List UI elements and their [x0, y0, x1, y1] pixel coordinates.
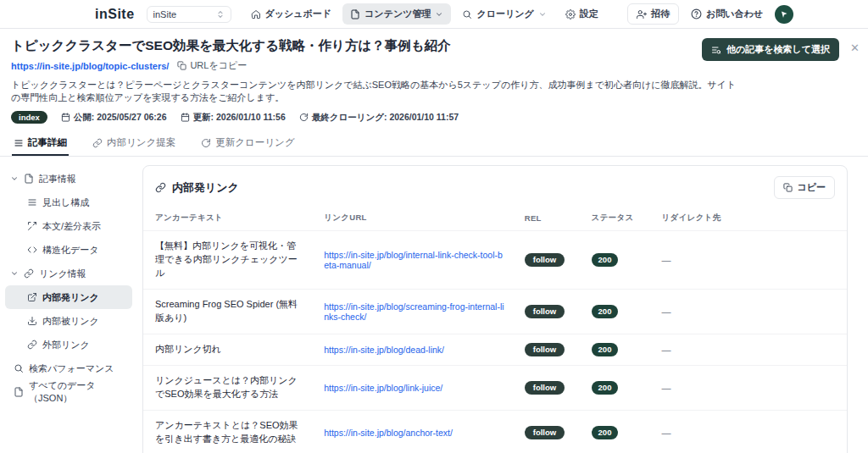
- close-icon[interactable]: ✕: [850, 42, 860, 53]
- calendar-icon: [181, 113, 190, 122]
- tab-recrawl[interactable]: 更新クローリング: [199, 130, 296, 156]
- sidebar-item-all-data-json[interactable]: すべてのデータ（JSON）: [5, 380, 132, 404]
- sidebar-item-search-performance[interactable]: 検索パフォーマンス: [5, 356, 132, 380]
- nav-label: クローリング: [476, 8, 533, 20]
- list-search-icon: [711, 45, 721, 55]
- url-row: https://in-site.jp/blog/topic-clusters/ …: [11, 59, 741, 72]
- table-row: リンクジュースとは？内部リンクでSEO効果を最大化する方法 https://in…: [143, 365, 847, 410]
- anchor-text: アンカーテキストとは？SEO効果を引き出す書き方と最適化の秘訣: [143, 410, 312, 453]
- document-icon: [24, 174, 34, 184]
- rel-badge: follow: [525, 426, 565, 439]
- link-icon: [92, 138, 103, 148]
- table-row: 【無料】内部リンクを可視化・管理できる内部リンクチェックツール https://…: [143, 231, 847, 290]
- sidebar-group-link-info[interactable]: リンク情報: [5, 262, 132, 285]
- anchor-text: 内部リンク切れ: [143, 334, 312, 365]
- tab-internal-link-suggestions[interactable]: 内部リンク提案: [91, 130, 177, 156]
- meta-row: index 公開: 2025/05/27 06:26 更新: 2026/01/1…: [11, 111, 741, 124]
- link-url[interactable]: https://in-site.jp/blog/dead-link/: [324, 345, 444, 355]
- redirect-value: —: [662, 255, 671, 265]
- table-row: 内部リンク切れ https://in-site.jp/blog/dead-lin…: [143, 334, 847, 365]
- link-icon: [155, 182, 166, 193]
- copy-icon: [783, 183, 793, 192]
- col-redirect: リダイレクト先: [650, 207, 847, 231]
- download-icon: [27, 316, 37, 326]
- col-anchor-text: アンカーテキスト: [143, 207, 312, 231]
- status-badge: 200: [592, 253, 619, 267]
- outbound-links-table: アンカーテキスト リンクURL REL ステータス リダイレクト先 【無料】内部…: [143, 207, 847, 453]
- outbound-internal-links-panel: 内部発リンク コピー アンカーテキスト リンクURL REL ステータス リダイ…: [142, 165, 848, 453]
- chevron-down-icon: [10, 174, 19, 183]
- anchor-text: リンクジュースとは？内部リンクでSEO効果を最大化する方法: [143, 365, 312, 410]
- anchor-text: 【無料】内部リンクを可視化・管理できる内部リンクチェックツール: [143, 231, 312, 290]
- search-icon: [462, 9, 472, 19]
- nav-item-crawling[interactable]: クローリング: [454, 3, 554, 25]
- article-url-link[interactable]: https://in-site.jp/blog/topic-clusters/: [11, 61, 169, 71]
- diff-icon: [27, 221, 37, 231]
- document-icon: [350, 9, 360, 19]
- sidebar-item-outbound-internal-links[interactable]: 内部発リンク: [5, 285, 132, 309]
- link-url[interactable]: https://in-site.jp/blog/anchor-text/: [324, 428, 453, 438]
- rel-badge: follow: [525, 253, 565, 267]
- tab-article-detail[interactable]: 記事詳細: [12, 130, 69, 156]
- nav-item-settings[interactable]: 設定: [558, 3, 606, 25]
- page-title: トピッククラスターでSEO効果を最大化する戦略・作り方は？事例も紹介: [11, 37, 741, 55]
- invite-button[interactable]: 招待: [627, 3, 679, 25]
- content-area: 記事情報 見出し構成 本文/差分表示 構造化データ: [0, 157, 868, 453]
- anchor-text: Screaming Frog SEO Spider (無料版あり): [143, 289, 312, 334]
- status-badge: 200: [592, 305, 619, 318]
- app-logo: inSite: [95, 7, 135, 22]
- panel-title: 内部発リンク: [155, 180, 239, 196]
- copy-url-label: URLをコピー: [190, 59, 247, 72]
- rel-badge: follow: [525, 343, 565, 356]
- nav-label: 設定: [580, 8, 598, 20]
- redirect-value: —: [662, 383, 671, 393]
- link-icon: [27, 340, 37, 350]
- refresh-icon: [201, 138, 211, 148]
- detail-tabbar: 記事詳細 内部リンク提案 更新クローリング: [0, 130, 868, 157]
- project-select-value: inSite: [153, 9, 177, 19]
- calendar-icon: [61, 113, 70, 122]
- status-badge: 200: [592, 343, 619, 356]
- nav-item-content-management[interactable]: コンテンツ管理: [342, 3, 451, 25]
- refresh-icon: [299, 113, 309, 122]
- link-url[interactable]: https://in-site.jp/blog/internal-link-ch…: [324, 250, 503, 270]
- chevrons-up-down-icon: [216, 10, 225, 19]
- sidebar-item-inbound-internal-links[interactable]: 内部被リンク: [5, 309, 132, 333]
- chevron-down-icon: [538, 10, 547, 19]
- search-other-articles-button[interactable]: 他の記事を検索して選択: [702, 38, 839, 61]
- table-row: アンカーテキストとは？SEO効果を引き出す書き方と最適化の秘訣 https://…: [143, 410, 847, 453]
- link-url[interactable]: https://in-site.jp/blog/link-juice/: [324, 383, 442, 393]
- contact-button[interactable]: お問い合わせ: [691, 8, 763, 20]
- sidebar-item-heading-structure[interactable]: 見出し構成: [5, 191, 132, 214]
- sidebar-item-external-links[interactable]: 外部リンク: [5, 333, 132, 356]
- chevron-down-icon: [435, 10, 443, 19]
- project-select[interactable]: inSite: [147, 6, 231, 23]
- search-icon: [14, 363, 24, 373]
- file-icon: [14, 387, 24, 397]
- redirect-value: —: [662, 345, 671, 355]
- code-icon: [27, 245, 37, 255]
- sidebar-item-structured-data[interactable]: 構造化データ: [5, 238, 132, 262]
- copy-table-button[interactable]: コピー: [774, 176, 835, 199]
- help-circle-icon: [691, 8, 702, 19]
- status-badge: 200: [592, 426, 619, 439]
- nav-item-dashboard[interactable]: ダッシュボード: [243, 3, 340, 25]
- sidebar-item-body-diff[interactable]: 本文/差分表示: [5, 214, 132, 238]
- sidebar-group-article-info[interactable]: 記事情報: [5, 167, 132, 191]
- avatar[interactable]: [775, 5, 793, 24]
- redirect-value: —: [662, 307, 671, 317]
- col-status: ステータス: [580, 207, 650, 231]
- external-link-icon: [27, 292, 37, 302]
- link-url[interactable]: https://in-site.jp/blog/screaming-frog-i…: [324, 301, 504, 322]
- article-header: トピッククラスターでSEO効果を最大化する戦略・作り方は？事例も紹介 https…: [0, 29, 868, 130]
- rel-badge: follow: [525, 305, 565, 318]
- col-rel: REL: [513, 207, 580, 231]
- invite-label: 招待: [651, 8, 670, 20]
- last-crawl-date: 最終クローリング: 2026/01/10 11:57: [299, 112, 459, 124]
- detail-sidebar: 記事情報 見出し構成 本文/差分表示 構造化データ: [5, 165, 132, 404]
- col-link-url: リンクURL: [312, 207, 513, 231]
- copy-url-button[interactable]: URLをコピー: [177, 59, 247, 72]
- chevron-down-icon: [10, 269, 19, 278]
- gear-icon: [565, 9, 576, 19]
- status-badge: 200: [592, 381, 619, 395]
